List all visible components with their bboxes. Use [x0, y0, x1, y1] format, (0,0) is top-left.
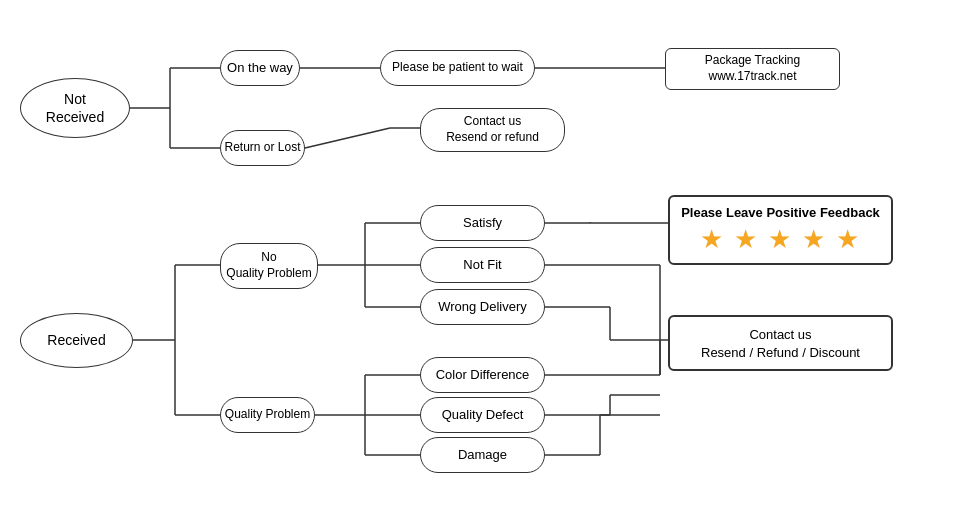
feedback-text: Please Leave Positive Feedback	[680, 205, 881, 220]
quality-defect-node: Quality Defect	[420, 397, 545, 433]
not-fit-node: Not Fit	[420, 247, 545, 283]
diagram: Not Received On the way Please be patien…	[0, 0, 960, 513]
contact-resend-discount-box: Contact us Resend / Refund / Discount	[668, 315, 893, 371]
satisfy-node: Satisfy	[420, 205, 545, 241]
wrong-delivery-node: Wrong Delivery	[420, 289, 545, 325]
color-diff-node: Color Difference	[420, 357, 545, 393]
tracking-node: Package Tracking www.17track.net	[665, 48, 840, 90]
contact-resend-discount-text: Contact us Resend / Refund / Discount	[701, 327, 860, 360]
not-received-node: Not Received	[20, 78, 130, 138]
received-node: Received	[20, 313, 133, 368]
damage-node: Damage	[420, 437, 545, 473]
no-quality-node: No Quality Problem	[220, 243, 318, 289]
quality-problem-node: Quality Problem	[220, 397, 315, 433]
svg-line-6	[305, 128, 390, 148]
contact-resend-refund-node: Contact us Resend or refund	[420, 108, 565, 152]
stars-display: ★ ★ ★ ★ ★	[680, 224, 881, 255]
on-the-way-node: On the way	[220, 50, 300, 86]
patient-node: Please be patient to wait	[380, 50, 535, 86]
feedback-box: Please Leave Positive Feedback ★ ★ ★ ★ ★	[668, 195, 893, 265]
return-lost-node: Return or Lost	[220, 130, 305, 166]
